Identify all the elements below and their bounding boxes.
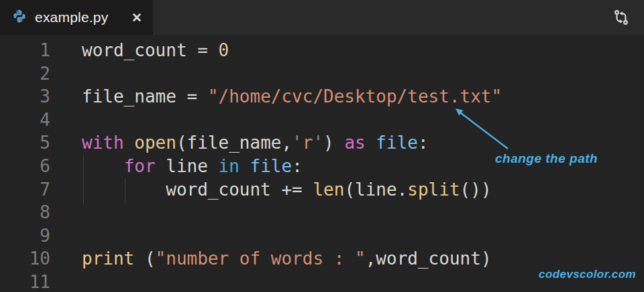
- watermark: codevscolor.com: [539, 268, 636, 281]
- line-number[interactable]: 11: [0, 271, 50, 292]
- indent-guide: [125, 177, 125, 204]
- tab-title: example.py: [35, 9, 108, 25]
- code-line[interactable]: 9: [0, 224, 644, 248]
- line-number[interactable]: 8: [0, 201, 50, 224]
- code-editor-window: example.py ✕ 1word_count = 023file_na: [0, 0, 644, 292]
- line-number[interactable]: 6: [0, 155, 50, 178]
- tab-example-py[interactable]: example.py ✕: [0, 0, 153, 35]
- line-number[interactable]: 4: [0, 108, 50, 132]
- close-icon[interactable]: ✕: [131, 11, 142, 24]
- code-text: [50, 201, 82, 224]
- code-line[interactable]: 7 word_count += len(line.split()): [0, 178, 644, 202]
- line-number[interactable]: 10: [0, 247, 50, 271]
- code-text: for line in file:: [50, 155, 303, 178]
- python-file-icon: [12, 9, 27, 26]
- line-number[interactable]: 3: [0, 85, 50, 108]
- indent-guide: [83, 155, 84, 204]
- code-line[interactable]: 10print ("number of words : ",word_count…: [0, 247, 644, 271]
- code-line[interactable]: 3file_name = "/home/cvc/Desktop/test.txt…: [0, 85, 644, 108]
- code-text: print ("number of words : ",word_count): [50, 247, 492, 271]
- editor-actions: [612, 0, 644, 35]
- line-number[interactable]: 1: [0, 39, 50, 62]
- line-number[interactable]: 9: [0, 224, 50, 248]
- line-number[interactable]: 5: [0, 131, 50, 155]
- code-line[interactable]: 4: [0, 108, 644, 132]
- line-number[interactable]: 7: [0, 178, 50, 202]
- sync-arrows-icon[interactable]: [612, 8, 631, 27]
- code-text: word_count += len(line.split()): [50, 178, 492, 202]
- code-text: file_name = "/home/cvc/Desktop/test.txt": [50, 85, 502, 108]
- code-text: word_count = 0: [50, 39, 229, 62]
- code-text: [50, 62, 82, 86]
- editor-pane[interactable]: 1word_count = 023file_name = "/home/cvc/…: [0, 35, 644, 292]
- code-line[interactable]: 2: [0, 62, 644, 86]
- code-text: [50, 108, 82, 132]
- code-text: [50, 271, 82, 292]
- line-number[interactable]: 2: [0, 62, 50, 86]
- code-text: with open(file_name,'r') as file:: [50, 131, 429, 155]
- code-line[interactable]: 1word_count = 0: [0, 39, 644, 62]
- tab-bar: example.py ✕: [0, 0, 644, 35]
- code-text: [50, 224, 82, 248]
- annotation-change-the-path: change the path: [495, 151, 598, 166]
- code-line[interactable]: 8: [0, 201, 644, 224]
